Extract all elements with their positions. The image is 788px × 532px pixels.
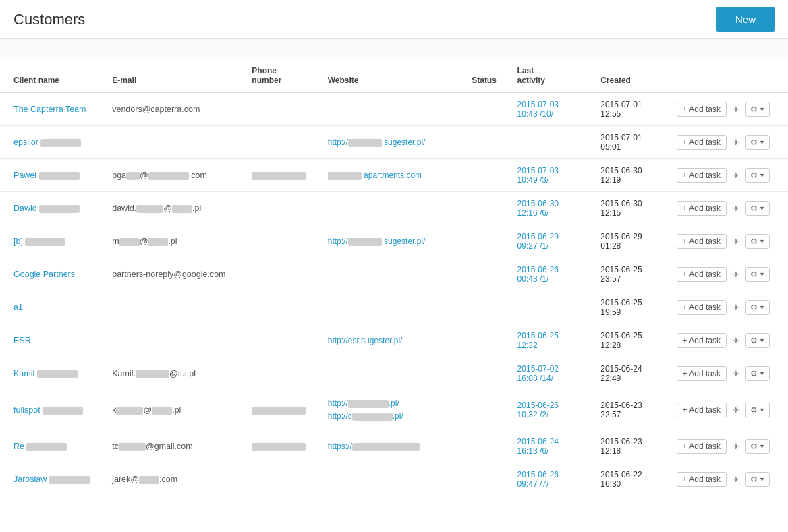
add-task-button[interactable]: + Add task — [677, 439, 727, 454]
status-cell — [466, 92, 511, 126]
add-task-button[interactable]: + Add task — [677, 135, 727, 150]
website-value: http:// sugester.pl/ — [328, 237, 426, 246]
phone-cell — [246, 463, 322, 496]
add-task-button[interactable]: + Add task — [677, 472, 727, 487]
add-task-button[interactable]: + Add task — [677, 267, 727, 282]
created-date: 2015-06-2422:49 — [600, 364, 642, 383]
client-name-link[interactable]: a1 — [13, 303, 23, 312]
client-name-link[interactable]: Paweł — [13, 171, 39, 180]
send-icon-button[interactable]: ✈ — [729, 334, 743, 347]
customers-table: Client name E-mail Phonenumber Website S… — [0, 59, 788, 496]
page-title: Customers — [13, 11, 85, 28]
status-cell — [466, 126, 511, 159]
client-name-link[interactable]: Jarosław — [13, 475, 49, 484]
actions-cell: + Add task ✈ ⚙ ▼ — [671, 430, 788, 463]
activity-link[interactable]: 2015-06-3012:16 /6/ — [517, 199, 559, 218]
activity-link[interactable]: 2015-06-2512:32 — [517, 331, 559, 350]
gear-dropdown-button[interactable]: ⚙ ▼ — [745, 102, 770, 117]
activity-link[interactable]: 2015-07-0216:08 /14/ — [517, 364, 559, 383]
add-task-button[interactable]: + Add task — [677, 102, 727, 117]
created-date: 2015-06-2512:28 — [600, 331, 642, 350]
activity-link[interactable]: 2015-06-2416:13 /6/ — [517, 437, 559, 456]
gear-dropdown-button[interactable]: ⚙ ▼ — [745, 267, 770, 282]
created-cell: 2015-06-2216:30 — [595, 463, 671, 496]
phone-cell — [246, 126, 322, 159]
activity-link[interactable]: 2015-07-0310:43 /10/ — [517, 100, 559, 119]
client-name-link[interactable]: epsilor — [13, 138, 40, 147]
send-icon-button[interactable]: ✈ — [729, 268, 743, 281]
gear-dropdown-button[interactable]: ⚙ ▼ — [745, 201, 770, 216]
client-cell: a1 — [0, 291, 107, 324]
created-date: 2015-06-2216:30 — [600, 470, 642, 489]
activity-link[interactable]: 2015-06-2909:27 /1/ — [517, 232, 559, 251]
gear-dropdown-button[interactable]: ⚙ ▼ — [745, 135, 770, 150]
client-name-link[interactable]: Kamil — [13, 369, 37, 378]
table-row: Paweł pga @ .com apartments.com 2015-07-… — [0, 159, 788, 192]
send-icon-button[interactable]: ✈ — [729, 102, 743, 116]
send-icon-button[interactable]: ✈ — [729, 440, 743, 453]
created-cell: 2015-06-3012:15 — [595, 192, 671, 225]
activity-link[interactable]: 2015-07-0310:49 /3/ — [517, 166, 559, 185]
add-task-button[interactable]: + Add task — [677, 168, 727, 183]
client-name-link[interactable]: Google Partners — [13, 270, 75, 279]
client-name-link[interactable]: The Capterra Team — [13, 105, 86, 114]
status-cell — [466, 430, 511, 463]
client-name-link[interactable]: ESR — [13, 336, 31, 345]
gear-dropdown-button[interactable]: ⚙ ▼ — [745, 300, 770, 315]
add-task-button[interactable]: + Add task — [677, 403, 727, 417]
created-date: 2015-06-3012:19 — [600, 166, 642, 185]
send-icon-button[interactable]: ✈ — [729, 301, 743, 314]
gear-dropdown-button[interactable]: ⚙ ▼ — [745, 168, 770, 183]
status-cell — [466, 258, 511, 291]
blurred-value — [348, 238, 382, 246]
add-task-button[interactable]: + Add task — [677, 201, 727, 216]
blurred-value — [252, 407, 306, 415]
add-task-button[interactable]: + Add task — [677, 366, 727, 381]
activity-cell: 2015-06-2600:43 /1/ — [512, 258, 596, 291]
activity-link[interactable]: 2015-06-2610:32 /2/ — [517, 401, 559, 419]
blurred-value — [116, 407, 143, 415]
blurred-value — [252, 172, 306, 180]
gear-dropdown-button[interactable]: ⚙ ▼ — [745, 333, 770, 348]
gear-dropdown-button[interactable]: ⚙ ▼ — [745, 366, 770, 381]
col-header-created: Created — [595, 59, 671, 92]
website-cell-td — [322, 357, 467, 390]
gear-dropdown-button[interactable]: ⚙ ▼ — [745, 439, 770, 454]
add-task-button[interactable]: + Add task — [677, 234, 727, 249]
activity-link[interactable]: 2015-06-2609:47 /7/ — [517, 470, 559, 489]
blurred-value — [43, 407, 83, 415]
client-name-link[interactable]: fullspot — [13, 405, 43, 415]
status-cell — [466, 357, 511, 390]
send-icon-button[interactable]: ✈ — [729, 367, 743, 380]
send-icon-button[interactable]: ✈ — [729, 169, 743, 182]
send-icon-button[interactable]: ✈ — [729, 202, 743, 215]
email-cell: pga @ .com — [107, 159, 246, 192]
new-customer-button[interactable]: New — [716, 7, 775, 32]
gear-dropdown-button[interactable]: ⚙ ▼ — [745, 472, 770, 487]
send-icon-button[interactable]: ✈ — [729, 136, 743, 149]
client-cell: Jarosław — [0, 463, 107, 496]
client-name-link[interactable]: Dawid — [13, 204, 39, 213]
created-date: 2015-07-0105:01 — [600, 133, 642, 152]
created-cell: 2015-06-2422:49 — [595, 357, 671, 390]
add-task-button[interactable]: + Add task — [677, 300, 727, 315]
phone-cell — [246, 258, 322, 291]
send-icon-button[interactable]: ✈ — [729, 235, 743, 248]
client-name-link[interactable]: Re — [13, 442, 26, 451]
gear-dropdown-button[interactable]: ⚙ ▼ — [745, 234, 770, 249]
client-name-link[interactable]: [b] — [13, 237, 25, 246]
send-icon-button[interactable]: ✈ — [729, 473, 743, 486]
gear-dropdown-button[interactable]: ⚙ ▼ — [745, 403, 770, 417]
created-cell: 2015-07-0105:01 — [595, 126, 671, 159]
table-row: Dawid dawid. @ .pl 2015-06-3012:16 /6/ 2… — [0, 192, 788, 225]
col-header-client: Client name — [0, 59, 107, 92]
phone-cell — [246, 225, 322, 258]
activity-link[interactable]: 2015-06-2600:43 /1/ — [517, 265, 559, 284]
website-cell-td — [322, 92, 467, 126]
phone-cell — [246, 430, 322, 463]
send-icon-button[interactable]: ✈ — [729, 403, 743, 417]
email-cell: vendors@capterra.com — [107, 92, 246, 126]
activity-cell: 2015-07-0216:08 /14/ — [512, 357, 596, 390]
add-task-button[interactable]: + Add task — [677, 333, 727, 348]
blurred-value — [172, 205, 192, 213]
